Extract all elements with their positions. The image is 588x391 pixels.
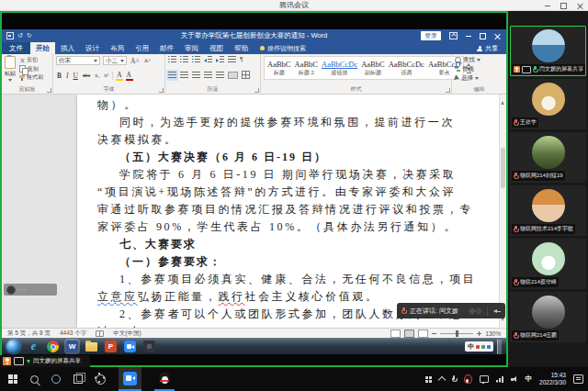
word-count[interactable]: 4443 个字 <box>60 330 86 338</box>
line-spacing-icon[interactable] <box>216 72 224 79</box>
taskbar-app-start-icon[interactable] <box>6 340 20 353</box>
tray-mic-icon[interactable] <box>452 375 457 383</box>
web-layout-icon[interactable] <box>418 330 428 338</box>
ribbon-tab[interactable]: 文件 <box>2 42 30 54</box>
shading-icon[interactable] <box>228 72 238 79</box>
floating-overlay-pill[interactable]: ··· <box>4 284 57 296</box>
document-canvas[interactable]: 物）。同时，为选手更好的提供参赛环境和氛围，提前进行一次决赛模拟赛。（五）大赛决… <box>2 95 506 328</box>
minimize-icon[interactable] <box>545 6 550 6</box>
participant-tile[interactable]: 物联网214刘猛19 <box>510 132 586 183</box>
word-maximize-icon[interactable] <box>480 33 486 39</box>
document-page[interactable]: 物）。同时，为选手更好的提供参赛环境和氛围，提前进行一次决赛模拟赛。（五）大赛决… <box>77 95 500 328</box>
share-button[interactable]: 共享 <box>477 42 506 54</box>
taskbar-app-powerpoint-icon[interactable]: P <box>105 341 117 352</box>
tell-me-search[interactable]: 操作说明搜索 <box>254 42 312 54</box>
participant-tile[interactable]: 物联网214伍鹏 <box>510 292 586 342</box>
zoom-out-icon[interactable] <box>432 333 436 334</box>
ribbon-tab[interactable]: 视图 <box>204 42 229 54</box>
close-icon[interactable] <box>577 3 583 9</box>
decrease-indent-icon[interactable] <box>204 56 212 63</box>
italic-button[interactable]: I <box>65 72 70 80</box>
dialog-launcher-icon[interactable] <box>47 88 51 93</box>
participant-tile[interactable]: 物联网技术214李宇航 <box>510 185 586 236</box>
zoom-slider[interactable] <box>440 333 473 334</box>
save-icon[interactable] <box>6 32 14 39</box>
find-button[interactable]: 查找 <box>455 56 503 63</box>
ribbon-tab[interactable]: 引用 <box>130 42 154 54</box>
ribbon-tab[interactable]: 布局 <box>105 42 130 54</box>
strikethrough-button[interactable]: abc <box>82 72 91 80</box>
read-mode-icon[interactable] <box>390 330 401 338</box>
subscript-button[interactable]: x₂ <box>94 72 100 80</box>
taskbar-app-meeting[interactable] <box>119 367 141 391</box>
bullet-list-icon[interactable] <box>168 56 176 63</box>
numbered-list-icon[interactable] <box>180 56 188 63</box>
tray-expand-icon[interactable] <box>437 376 445 384</box>
taskbar-app-ie-icon[interactable]: e <box>28 341 40 352</box>
undo-icon[interactable]: ↺ <box>17 32 23 39</box>
ribbon-tab[interactable]: 帮助 <box>229 42 254 54</box>
style-chip[interactable]: AaBbCcDc超链接 <box>322 60 357 76</box>
tray-grid-icon[interactable] <box>425 376 432 383</box>
quick-access-toolbar[interactable]: ↺ ↻ <box>2 32 32 39</box>
dialog-launcher-icon[interactable] <box>254 88 259 93</box>
shrink-font-button[interactable]: A˅ <box>143 57 153 65</box>
language-indicator[interactable]: 中文(中国) <box>113 330 141 338</box>
participant-tile[interactable]: 物联214蔡华峰 <box>510 239 586 289</box>
copy-button[interactable]: 复制 <box>19 65 43 73</box>
page-indicator[interactable]: 第 5 页，共 8 页 <box>7 330 51 338</box>
superscript-button[interactable]: x² <box>103 72 109 80</box>
ribbon-tab[interactable]: 插入 <box>55 42 80 54</box>
ribbon-tab[interactable]: 设计 <box>80 42 105 54</box>
taskbar-app-app-dark-icon[interactable] <box>143 341 155 352</box>
increase-indent-icon[interactable] <box>216 56 224 63</box>
proofing-icon[interactable] <box>96 330 104 337</box>
zoom-level[interactable]: 130% <box>485 330 501 337</box>
participant-tile[interactable]: 闫文媛的屏幕共享 <box>510 26 586 76</box>
task-view-icon[interactable] <box>74 374 83 384</box>
settings-gear-icon[interactable] <box>96 374 106 385</box>
paste-button[interactable]: 粘贴 <box>5 56 16 82</box>
scrollbar-thumb[interactable] <box>501 148 505 188</box>
grow-font-button[interactable]: A˄ <box>130 57 141 65</box>
align-right-icon[interactable] <box>204 72 212 79</box>
taskbar-app-meeting-icon[interactable] <box>124 341 136 352</box>
align-left-icon[interactable] <box>180 72 188 79</box>
cortana-icon[interactable] <box>51 374 61 384</box>
ribbon-display-options-icon[interactable] <box>449 32 458 39</box>
taskbar-app-qq[interactable] <box>154 367 175 391</box>
pilcrow-icon[interactable]: ¶ <box>240 56 243 63</box>
tray-display-icon[interactable] <box>480 375 489 383</box>
reply-arrow-icon[interactable] <box>493 308 501 314</box>
font-size-select[interactable]: 小三 <box>103 56 127 65</box>
ime-toolbar[interactable]: 中 <box>465 341 493 352</box>
print-layout-icon[interactable] <box>404 330 414 338</box>
tray-qq-icon[interactable] <box>464 374 472 384</box>
word-minimize-icon[interactable] <box>466 36 471 37</box>
scroll-down-icon[interactable] <box>501 318 504 326</box>
dialog-launcher-icon[interactable] <box>159 88 164 93</box>
tray-clock[interactable]: 15:43 2022/3/30 <box>539 372 566 387</box>
ribbon-tab[interactable]: 邮件 <box>154 42 179 54</box>
taskbar-search-icon[interactable] <box>30 375 39 384</box>
maximize-icon[interactable] <box>560 3 567 9</box>
align-center-icon[interactable] <box>192 72 200 79</box>
scroll-up-icon[interactable] <box>501 96 504 105</box>
style-chip[interactable]: AaBbCcDc强调 <box>389 60 424 76</box>
format-painter-button[interactable]: 格式刷 <box>19 74 43 81</box>
style-chip[interactable]: AaBbC副标题 <box>361 60 385 76</box>
multilevel-list-icon[interactable] <box>192 56 200 63</box>
action-center-icon[interactable] <box>573 374 583 384</box>
sign-in-button[interactable]: 登录 <box>421 31 441 40</box>
word-close-icon[interactable] <box>494 33 501 39</box>
taskbar-app-word-icon[interactable]: W <box>66 341 78 352</box>
zoom-in-icon[interactable] <box>477 331 481 336</box>
select-button[interactable]: 选择 <box>455 74 503 82</box>
style-chip[interactable]: AaBbC标题 <box>267 60 291 76</box>
style-chip[interactable]: AaBbC标题 2 <box>295 60 319 76</box>
replace-button[interactable]: 替换 <box>455 65 503 73</box>
redo-icon[interactable]: ↻ <box>27 32 32 39</box>
highlight-color-button[interactable]: A <box>116 71 122 81</box>
taskbar-app-chrome-icon[interactable] <box>47 341 59 352</box>
dialog-launcher-icon[interactable] <box>446 88 450 93</box>
